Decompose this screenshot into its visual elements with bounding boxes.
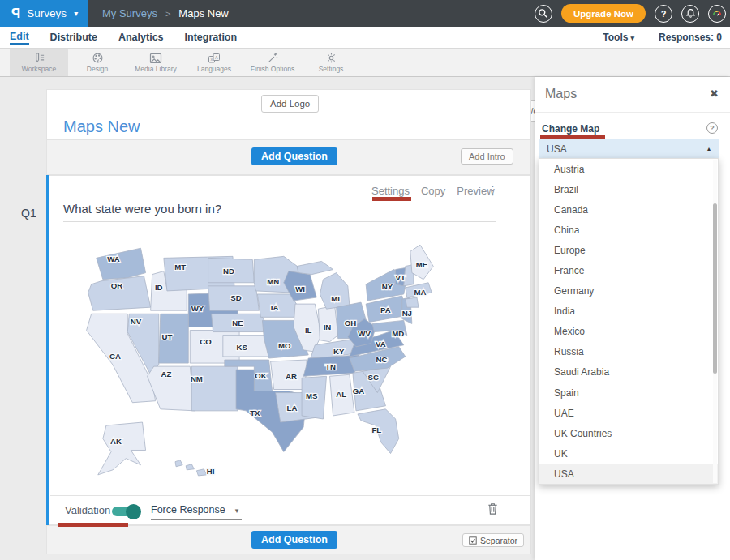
map-option-usa[interactable]: USA xyxy=(539,464,718,484)
force-response-dropdown[interactable]: Force Response▾ xyxy=(151,504,242,520)
question-more-menu[interactable]: ⋮ xyxy=(487,183,499,198)
add-logo-button[interactable]: Add Logo xyxy=(261,95,319,113)
state-label-nc: NC xyxy=(376,355,387,364)
map-option-spain[interactable]: Spain xyxy=(539,383,718,403)
state-label-mi: MI xyxy=(331,294,340,303)
workspace-icon xyxy=(33,52,45,64)
add-question-button-top[interactable]: Add Question xyxy=(251,147,337,165)
state-label-ok: OK xyxy=(255,371,266,380)
state-label-ar: AR xyxy=(286,372,297,381)
map-select-value: USA xyxy=(547,143,567,155)
state-label-wy: WY xyxy=(191,304,204,313)
state-label-sd: SD xyxy=(230,293,241,302)
map-option-brazil[interactable]: Brazil xyxy=(539,179,718,199)
question-active-indicator xyxy=(46,175,49,525)
validation-toggle[interactable] xyxy=(112,507,139,516)
upgrade-button[interactable]: Upgrade Now xyxy=(561,4,646,23)
map-option-uk[interactable]: UK xyxy=(539,443,718,464)
tools-menu[interactable]: Tools▾ xyxy=(603,32,634,43)
help-button[interactable]: ? xyxy=(655,5,672,23)
tab-integration[interactable]: Integration xyxy=(185,32,238,43)
state-label-nm: NM xyxy=(191,374,203,383)
tab-edit[interactable]: Edit xyxy=(10,31,29,45)
question-action-copy[interactable]: Copy xyxy=(421,185,445,197)
state-hi[interactable] xyxy=(175,460,207,476)
state-ct[interactable] xyxy=(406,297,419,307)
toolbar-item-label: Workspace xyxy=(22,65,56,73)
state-label-ne: NE xyxy=(232,318,243,327)
dropdown-scrollbar[interactable] xyxy=(713,203,717,374)
map-option-canada[interactable]: Canada xyxy=(539,199,718,220)
map-option-uk-countries[interactable]: UK Countries xyxy=(539,423,718,443)
map-option-uae[interactable]: UAE xyxy=(539,403,718,423)
breadcrumb-item-my-surveys[interactable]: My Surveys xyxy=(102,7,157,19)
toolbar-item-label: Settings xyxy=(319,65,344,73)
state-nm[interactable] xyxy=(191,366,238,411)
tab-analytics[interactable]: Analytics xyxy=(118,32,164,43)
toolbar-item-settings[interactable]: Settings xyxy=(302,49,360,76)
top-bar: P Surveys ▾ My Surveys>Maps New Upgrade … xyxy=(0,0,730,27)
toolbar-item-label: Design xyxy=(87,65,108,73)
state-label-md: MD xyxy=(392,329,404,338)
state-label-il: IL xyxy=(305,326,312,335)
survey-nav-tabs: EditDistributeAnalyticsIntegration xyxy=(10,27,237,48)
separator-button[interactable]: Separator xyxy=(462,533,524,547)
map-option-mexico[interactable]: Mexico xyxy=(539,322,718,342)
state-label-pa: PA xyxy=(380,306,391,314)
state-label-fl: FL xyxy=(371,425,381,434)
add-intro-button[interactable]: Add Intro xyxy=(461,148,513,165)
map-option-europe[interactable]: Europe xyxy=(539,240,718,260)
state-label-co: CO xyxy=(200,337,212,346)
survey-nav-right: Tools▾ Responses: 0 xyxy=(603,27,722,48)
map-option-austria[interactable]: Austria xyxy=(539,159,718,179)
change-map-help-button[interactable]: ? xyxy=(706,122,718,134)
toolbar-item-media-library[interactable]: Media Library xyxy=(127,49,185,76)
state-label-nv: NV xyxy=(131,317,142,326)
search-icon xyxy=(538,8,548,19)
usa-map[interactable]: WAORCANVIDMTWYUTCOAZNMNDSDNEKSOKTXMNIAMO… xyxy=(78,235,453,481)
toolbar-item-finish-options[interactable]: Finish Options xyxy=(243,49,302,76)
state-label-tx: TX xyxy=(250,408,260,417)
settings-icon xyxy=(325,52,337,64)
svg-text:A: A xyxy=(215,54,218,59)
breadcrumb: My Surveys>Maps New xyxy=(102,0,229,27)
map-option-france[interactable]: France xyxy=(539,260,718,280)
chevron-down-icon: ▾ xyxy=(74,9,78,18)
notifications-button[interactable] xyxy=(681,5,699,23)
add-question-button-bottom[interactable]: Add Question xyxy=(251,531,337,549)
account-menu-button[interactable] xyxy=(708,5,726,23)
tab-distribute[interactable]: Distribute xyxy=(50,32,97,43)
app-window: P Surveys ▾ My Surveys>Maps New Upgrade … xyxy=(0,0,730,560)
toolbar-item-design[interactable]: Design xyxy=(68,49,127,76)
question-text[interactable]: What state were you born in? xyxy=(63,202,496,222)
map-option-china[interactable]: China xyxy=(539,220,718,240)
map-option-russia[interactable]: Russia xyxy=(539,342,718,362)
delete-question-button[interactable] xyxy=(487,502,499,519)
responses-count[interactable]: Responses: 0 xyxy=(659,32,722,43)
panel-title: Maps xyxy=(545,87,577,101)
survey-title[interactable]: Maps New xyxy=(63,118,140,136)
state-label-ny: NY xyxy=(382,282,393,291)
product-name: Surveys xyxy=(27,7,67,19)
state-label-ma: MA xyxy=(414,288,427,297)
map-option-india[interactable]: India xyxy=(539,301,718,322)
state-label-mn: MN xyxy=(267,277,279,286)
map-select[interactable]: USA ▴ xyxy=(539,139,719,158)
finish-options-icon xyxy=(267,52,279,64)
toolbar-item-label: Finish Options xyxy=(251,65,294,73)
toolbar-item-workspace[interactable]: Workspace xyxy=(10,49,68,76)
survey-nav: EditDistributeAnalyticsIntegration Tools… xyxy=(0,27,730,49)
search-button[interactable] xyxy=(535,5,552,23)
map-option-saudi-arabia[interactable]: Saudi Arabia xyxy=(539,362,718,383)
question-action-settings[interactable]: Settings xyxy=(371,185,410,197)
close-panel-button[interactable]: ✖ xyxy=(710,88,719,100)
map-option-germany[interactable]: Germany xyxy=(539,281,718,301)
state-label-ms: MS xyxy=(306,391,318,400)
media-library-icon xyxy=(149,53,162,64)
validation-label: Validation xyxy=(65,504,110,516)
toolbar-item-languages[interactable]: xALanguages xyxy=(185,49,243,76)
product-switcher[interactable]: P Surveys ▾ xyxy=(0,0,88,27)
annotation-underline-change-map xyxy=(540,135,605,139)
state-ak[interactable] xyxy=(98,422,146,475)
state-wa[interactable] xyxy=(97,248,146,280)
